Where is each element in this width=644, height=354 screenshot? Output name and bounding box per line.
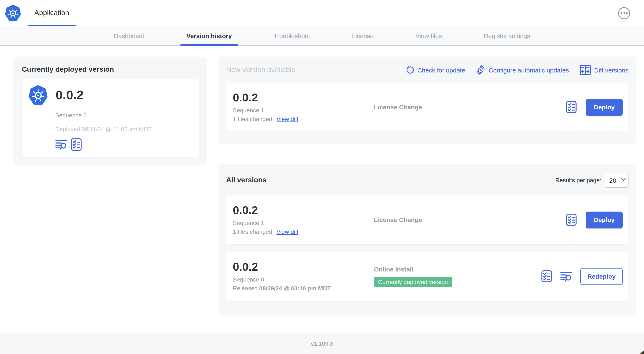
kubernetes-logo: [4, 4, 21, 22]
version-number: 0.0.2: [233, 92, 374, 104]
app-header: Application: [0, 0, 644, 26]
currently-deployed-badge: Currently deployed version: [374, 277, 452, 287]
version-row: 0.0.2 Sequence 1 1 files changed View di…: [226, 195, 628, 244]
version-released-timestamp: Released 08/29/24 @ 03:18 pm MDT: [233, 285, 374, 291]
schedule-icon-link[interactable]: Configure automatic updates: [476, 65, 569, 75]
logs-icon[interactable]: [560, 271, 572, 282]
diff-icon: [580, 65, 590, 75]
redeploy-button[interactable]: Redeploy: [580, 268, 623, 285]
currently-deployed-panel: Currently deployed version: [14, 57, 207, 165]
version-sequence: Sequence 0: [233, 276, 374, 282]
ellipsis-icon[interactable]: [618, 7, 630, 19]
version-source: License Change: [374, 104, 566, 111]
main-content: Currently deployed version: [0, 46, 644, 333]
version-number: 0.0.2: [233, 205, 374, 217]
logs-icon[interactable]: [55, 139, 67, 150]
cursor-artifact: [640, 350, 644, 353]
view-diff-link[interactable]: View diff: [276, 228, 298, 235]
app-tab-application[interactable]: Application: [28, 0, 76, 26]
checklist-icon[interactable]: [566, 214, 576, 226]
tab-troubleshoot[interactable]: Troubleshoot: [268, 26, 316, 45]
new-version-card: 0.0.2 Sequence 1 1 files changed View di…: [226, 83, 628, 132]
app-footer: v1.109.3: [0, 333, 644, 353]
schedule-icon: [476, 65, 485, 75]
checklist-icon[interactable]: [71, 138, 82, 151]
deployed-sequence: Sequence 0: [55, 112, 192, 119]
files-changed-label: 1 files changed: [233, 228, 272, 235]
version-row: 0.0.2 Sequence 0 Released 08/29/24 @ 03:…: [226, 252, 628, 301]
kubernetes-logo: [28, 84, 48, 106]
new-version-title: New version available: [226, 66, 296, 74]
tab-version-history[interactable]: Version history: [180, 26, 238, 45]
version-number: 0.0.2: [233, 261, 374, 273]
results-per-page-label: Results per page:: [556, 177, 601, 183]
all-versions-panel: All versions Results per page: 20: [218, 164, 636, 315]
refresh-icon: [406, 66, 414, 74]
new-version-panel: New version available Check for update: [218, 57, 636, 144]
app-manager-version: v1.109.3: [311, 340, 333, 347]
results-per-page-select[interactable]: 20: [605, 173, 628, 188]
checklist-icon[interactable]: [566, 101, 576, 113]
tab-dashboard[interactable]: Dashboard: [108, 26, 150, 45]
version-source: License Change: [374, 216, 566, 223]
tab-registry-settings[interactable]: Registry settings: [478, 26, 536, 45]
tab-license[interactable]: License: [346, 26, 379, 45]
files-changed-label: 1 files changed: [233, 115, 272, 122]
checklist-icon[interactable]: [542, 270, 552, 282]
version-sequence: Sequence 1: [233, 219, 374, 226]
version-source: Online Install: [374, 266, 542, 273]
deploy-button[interactable]: Deploy: [586, 99, 623, 115]
currently-deployed-title: Currently deployed version: [22, 65, 199, 74]
version-sequence: Sequence 1: [233, 107, 374, 113]
check-for-update-link[interactable]: Check for update: [406, 66, 465, 74]
all-versions-title: All versions: [226, 176, 266, 184]
deploy-button[interactable]: Deploy: [586, 211, 623, 228]
diff-versions-link[interactable]: Diff versions: [580, 65, 628, 75]
deployed-timestamp: Deployed 09/11/24 @ 11:02 am MDT: [55, 126, 192, 132]
app-nav: Dashboard Version history Troubleshoot L…: [0, 26, 644, 46]
tab-view-files[interactable]: View files: [410, 26, 448, 45]
view-diff-link[interactable]: View diff: [276, 115, 298, 122]
deployed-version-number: 0.0.2: [56, 88, 84, 102]
currently-deployed-card: 0.0.2 Sequence 0 Deployed 09/11/24 @ 11:…: [22, 79, 199, 157]
